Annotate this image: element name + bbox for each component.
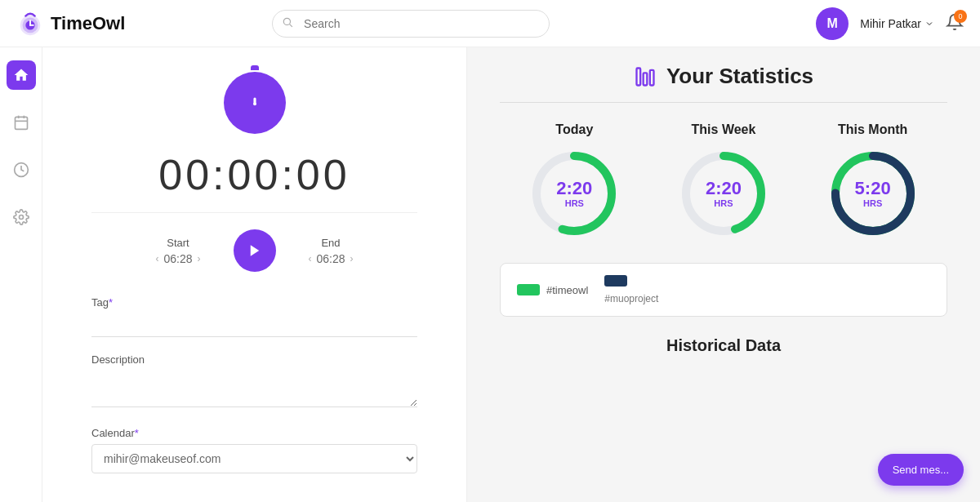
logo: TimeOwl	[16, 10, 131, 38]
legend-timeowl-color	[517, 284, 540, 295]
start-control: Start ‹ 06:28 ›	[155, 237, 200, 265]
timer-display: 00:00:00	[158, 150, 350, 199]
start-time: 06:28	[163, 252, 192, 265]
stats-panel: Your Statistics Today 2:20 HRS	[467, 47, 980, 502]
header: TimeOwl M Mihir Patkar 0	[0, 0, 980, 47]
start-next-arrow[interactable]: ›	[198, 253, 201, 264]
play-icon	[247, 243, 262, 258]
logo-text: TimeOwl	[51, 13, 125, 34]
donut-today-unit: HRS	[556, 198, 592, 208]
start-prev-arrow[interactable]: ‹	[155, 253, 158, 264]
svg-line-6	[290, 24, 292, 26]
content: 00:00:00 Start ‹ 06:28 › End	[42, 47, 980, 502]
historical-title: Historical Data	[500, 336, 947, 355]
svg-rect-17	[644, 73, 648, 85]
sidebar-item-history[interactable]	[7, 155, 36, 184]
stopwatch-icon	[243, 91, 267, 115]
end-prev-arrow[interactable]: ‹	[309, 253, 312, 264]
legend-muoproject: #muoproject	[604, 275, 658, 304]
svg-point-14	[253, 102, 256, 105]
header-right: M Mihir Patkar 0	[816, 7, 964, 40]
user-name[interactable]: Mihir Patkar	[860, 17, 934, 30]
legend-box: #timeowl #muoproject	[500, 263, 947, 317]
clock-icon	[13, 162, 29, 178]
donut-today-time: 2:20	[556, 179, 592, 198]
tag-input[interactable]	[91, 313, 417, 337]
timer-icon	[224, 72, 286, 134]
stats-divider	[500, 102, 947, 103]
donut-week: 2:20 HRS	[679, 149, 768, 238]
donut-week-center: 2:20 HRS	[706, 179, 742, 208]
end-next-arrow[interactable]: ›	[350, 253, 354, 264]
description-section: Description	[91, 353, 417, 411]
timer-controls: Start ‹ 06:28 › End ‹ 06:28 ›	[155, 229, 353, 272]
calendar-select[interactable]: mihir@makeuseof.com	[91, 444, 417, 473]
sidebar-item-calendar[interactable]	[7, 108, 36, 137]
calendar-section: Calendar* mihir@makeuseof.com	[91, 427, 417, 473]
search-input[interactable]	[272, 10, 550, 38]
timer-panel: 00:00:00 Start ‹ 06:28 › End	[42, 47, 467, 502]
period-month: This Month 5:20 HRS	[828, 122, 918, 238]
sidebar-nav	[0, 47, 42, 502]
period-month-label: This Month	[838, 122, 907, 137]
donut-week-unit: HRS	[706, 198, 742, 208]
settings-icon	[13, 209, 29, 225]
end-control: End ‹ 06:28 ›	[309, 237, 354, 265]
legend-timeowl-label: #timeowl	[546, 284, 588, 296]
notification-badge: 0	[954, 10, 967, 23]
stats-title: Your Statistics	[500, 64, 947, 89]
calendar-icon	[13, 114, 29, 131]
donut-today: 2:20 HRS	[529, 149, 619, 238]
logo-icon	[16, 10, 44, 38]
main-wrapper: 00:00:00 Start ‹ 06:28 › End	[0, 47, 980, 502]
legend-timeowl: #timeowl	[517, 284, 588, 296]
calendar-label: Calendar*	[91, 427, 417, 439]
end-value: ‹ 06:28 ›	[309, 252, 354, 265]
svg-point-12	[19, 215, 23, 220]
period-week: This Week 2:20 HRS	[679, 122, 768, 238]
svg-rect-18	[650, 69, 654, 85]
donut-week-time: 2:20	[706, 179, 742, 198]
start-value: ‹ 06:28 ›	[155, 252, 200, 265]
avatar: M	[816, 7, 849, 40]
donut-month-time: 5:20	[855, 179, 891, 198]
legend-muoproject-label: #muoproject	[604, 293, 658, 304]
end-label: End	[321, 237, 340, 249]
search-bar	[272, 10, 550, 38]
svg-rect-16	[636, 68, 640, 85]
svg-marker-15	[250, 245, 259, 256]
end-time: 06:28	[317, 252, 345, 265]
svg-rect-7	[15, 117, 27, 129]
period-week-label: This Week	[692, 122, 756, 137]
description-label: Description	[91, 353, 417, 366]
tag-label: Tag*	[91, 296, 417, 309]
start-label: Start	[167, 237, 189, 249]
donut-month-unit: HRS	[855, 198, 891, 208]
period-today-label: Today	[555, 122, 593, 137]
bell-button[interactable]: 0	[946, 13, 964, 34]
svg-point-5	[283, 18, 290, 24]
chevron-down-icon	[924, 19, 934, 29]
stats-icon	[634, 65, 657, 88]
home-icon	[13, 67, 29, 83]
sidebar-item-home[interactable]	[7, 60, 36, 90]
tag-section: Tag*	[91, 296, 417, 337]
chat-button[interactable]: Send mes...	[878, 454, 964, 486]
legend-muoproject-color	[604, 275, 627, 287]
donut-month-center: 5:20 HRS	[855, 179, 891, 208]
donut-today-center: 2:20 HRS	[556, 179, 592, 208]
description-input[interactable]	[91, 371, 417, 407]
stats-periods: Today 2:20 HRS This Week	[500, 122, 947, 238]
play-button[interactable]	[234, 229, 276, 272]
sidebar-item-settings[interactable]	[7, 202, 36, 232]
period-today: Today 2:20 HRS	[529, 122, 619, 238]
donut-month: 5:20 HRS	[828, 149, 918, 238]
timer-divider	[91, 212, 417, 213]
stats-heading: Your Statistics	[666, 64, 813, 89]
search-icon	[282, 16, 293, 31]
